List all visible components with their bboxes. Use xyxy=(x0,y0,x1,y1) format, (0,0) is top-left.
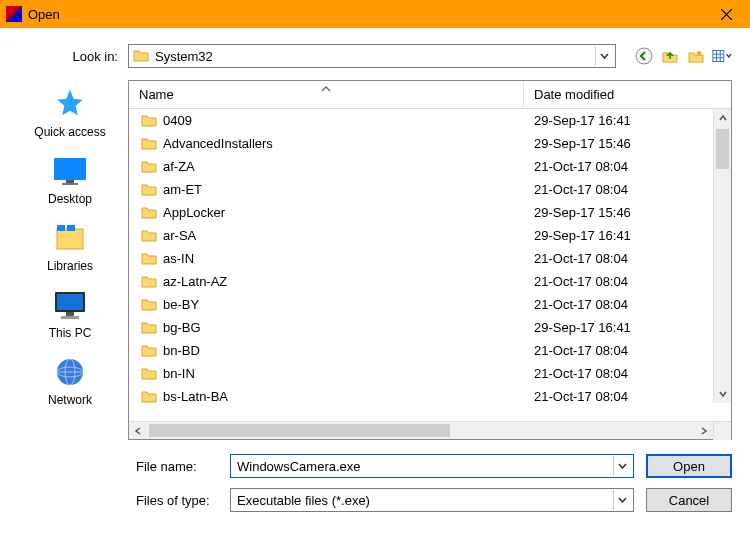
file-date-cell: 29-Sep-17 16:41 xyxy=(524,320,731,335)
scroll-up-button[interactable] xyxy=(714,109,732,127)
folder-icon xyxy=(141,160,157,174)
files-of-type-field[interactable]: Executable files (*.exe) xyxy=(230,488,634,512)
file-row[interactable]: ar-SA29-Sep-17 16:41 xyxy=(129,224,731,247)
hscroll-thumb[interactable] xyxy=(149,424,450,437)
file-row[interactable]: as-IN21-Oct-17 08:04 xyxy=(129,247,731,270)
file-row[interactable]: bs-Latn-BA21-Oct-17 08:04 xyxy=(129,385,731,408)
file-name-dropdown[interactable] xyxy=(613,456,631,476)
file-row[interactable]: AppLocker29-Sep-17 15:46 xyxy=(129,201,731,224)
file-name-cell: am-ET xyxy=(163,182,202,197)
new-folder-icon xyxy=(687,47,705,65)
scroll-down-button[interactable] xyxy=(714,385,732,403)
file-name-cell: AdvancedInstallers xyxy=(163,136,273,151)
scroll-right-button[interactable] xyxy=(695,422,713,440)
file-date-cell: 21-Oct-17 08:04 xyxy=(524,297,731,312)
svg-rect-11 xyxy=(57,229,83,249)
file-date-cell: 21-Oct-17 08:04 xyxy=(524,366,731,381)
folder-icon xyxy=(141,390,157,404)
back-icon xyxy=(635,47,653,65)
cancel-button[interactable]: Cancel xyxy=(646,488,732,512)
up-one-level-button[interactable] xyxy=(660,46,680,66)
scroll-left-button[interactable] xyxy=(129,422,147,440)
place-quick-access[interactable]: Quick access xyxy=(34,86,105,139)
back-button[interactable] xyxy=(634,46,654,66)
file-name-input[interactable] xyxy=(237,459,613,474)
view-menu-button[interactable] xyxy=(712,46,732,66)
file-name-cell: af-ZA xyxy=(163,159,195,174)
look-in-row: Look in: System32 xyxy=(18,44,732,68)
file-name-cell: be-BY xyxy=(163,297,199,312)
vertical-scrollbar[interactable] xyxy=(713,109,731,403)
folder-icon xyxy=(141,206,157,220)
file-rows: 040929-Sep-17 16:41AdvancedInstallers29-… xyxy=(129,109,731,408)
file-name-field[interactable] xyxy=(230,454,634,478)
column-header-name[interactable]: Name xyxy=(129,81,524,108)
vscroll-track[interactable] xyxy=(714,127,731,385)
file-date-cell: 21-Oct-17 08:04 xyxy=(524,274,731,289)
look-in-dropdown[interactable]: System32 xyxy=(128,44,616,68)
svg-rect-8 xyxy=(54,158,86,180)
file-row[interactable]: bn-IN21-Oct-17 08:04 xyxy=(129,362,731,385)
view-menu-icon xyxy=(712,47,732,65)
file-row[interactable]: am-ET21-Oct-17 08:04 xyxy=(129,178,731,201)
look-in-chevron[interactable] xyxy=(595,46,613,66)
svg-rect-17 xyxy=(61,316,79,319)
toolbar xyxy=(634,46,732,66)
folder-up-icon xyxy=(661,47,679,65)
folder-icon xyxy=(141,275,157,289)
file-name-cell: az-Latn-AZ xyxy=(163,274,227,289)
folder-icon xyxy=(141,252,157,266)
hscroll-track[interactable] xyxy=(147,422,695,439)
this-pc-icon xyxy=(52,287,88,323)
svg-point-2 xyxy=(636,48,652,64)
place-desktop[interactable]: Desktop xyxy=(48,153,92,206)
file-date-cell: 21-Oct-17 08:04 xyxy=(524,182,731,197)
column-header-date[interactable]: Date modified xyxy=(524,81,713,108)
folder-icon xyxy=(141,114,157,128)
desktop-icon xyxy=(52,153,88,189)
file-row[interactable]: 040929-Sep-17 16:41 xyxy=(129,109,731,132)
file-date-cell: 29-Sep-17 16:41 xyxy=(524,113,731,128)
close-button[interactable] xyxy=(704,0,748,28)
close-icon xyxy=(721,9,732,20)
open-button[interactable]: Open xyxy=(646,454,732,478)
file-row[interactable]: af-ZA21-Oct-17 08:04 xyxy=(129,155,731,178)
vscroll-thumb[interactable] xyxy=(716,129,729,169)
svg-rect-10 xyxy=(62,183,78,185)
folder-icon xyxy=(141,229,157,243)
folder-icon xyxy=(141,367,157,381)
file-row[interactable]: be-BY21-Oct-17 08:04 xyxy=(129,293,731,316)
file-list: Name Date modified 040929-Sep-17 16:41Ad… xyxy=(128,80,732,440)
libraries-icon xyxy=(52,220,88,256)
column-headers: Name Date modified xyxy=(129,81,731,109)
place-this-pc[interactable]: This PC xyxy=(49,287,92,340)
file-name-cell: as-IN xyxy=(163,251,194,266)
file-date-cell: 29-Sep-17 15:46 xyxy=(524,136,731,151)
svg-rect-16 xyxy=(66,312,74,316)
svg-rect-9 xyxy=(66,180,74,183)
svg-rect-13 xyxy=(67,225,75,231)
file-name-cell: bn-IN xyxy=(163,366,195,381)
files-of-type-dropdown[interactable] xyxy=(613,490,631,510)
app-icon xyxy=(6,6,22,22)
folder-icon xyxy=(141,321,157,335)
place-network[interactable]: Network xyxy=(48,354,92,407)
file-name-cell: ar-SA xyxy=(163,228,196,243)
file-row[interactable]: bg-BG29-Sep-17 16:41 xyxy=(129,316,731,339)
sort-ascending-icon xyxy=(321,80,331,95)
svg-rect-15 xyxy=(57,294,83,310)
file-row[interactable]: bn-BD21-Oct-17 08:04 xyxy=(129,339,731,362)
file-date-cell: 21-Oct-17 08:04 xyxy=(524,159,731,174)
file-name-cell: bs-Latn-BA xyxy=(163,389,228,404)
places-bar: Quick access Desktop Libraries This PC N… xyxy=(18,80,122,440)
folder-icon xyxy=(141,298,157,312)
file-row[interactable]: AdvancedInstallers29-Sep-17 15:46 xyxy=(129,132,731,155)
file-row[interactable]: az-Latn-AZ21-Oct-17 08:04 xyxy=(129,270,731,293)
new-folder-button[interactable] xyxy=(686,46,706,66)
folder-icon xyxy=(133,48,149,64)
horizontal-scrollbar[interactable] xyxy=(129,421,731,439)
place-libraries[interactable]: Libraries xyxy=(47,220,93,273)
svg-rect-12 xyxy=(57,225,65,231)
look-in-label: Look in: xyxy=(18,49,118,64)
files-of-type-value: Executable files (*.exe) xyxy=(237,493,613,508)
